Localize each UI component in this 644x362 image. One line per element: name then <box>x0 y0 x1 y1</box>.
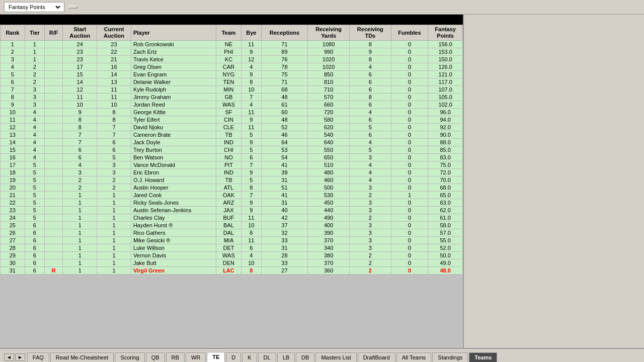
cell-receiving-tds: 3 <box>349 244 391 252</box>
cell-player: Cameron Brate <box>131 131 216 139</box>
cell-rf <box>45 116 63 124</box>
cell-receiving-yards: 450 <box>308 199 350 207</box>
table-row: 18 5 3 3 Eric Ebron IND 9 39 480 4 0 72.… <box>1 169 463 176</box>
cell-team: LAC <box>216 267 241 275</box>
cell-fantasy-points: 85.0 <box>428 146 463 154</box>
cell-current-auction: 11 <box>97 94 131 101</box>
table-row: 2 1 23 22 Zach Ertz PHI 9 89 990 9 0 153… <box>1 48 463 56</box>
cell-tier: 6 <box>25 259 44 267</box>
table-row: 1 1 24 23 Rob Gronkowski NE 11 71 1080 8… <box>1 41 463 48</box>
cell-bye: 10 <box>241 259 261 267</box>
cell-receiving-yards: 570 <box>308 94 350 101</box>
tab-db[interactable]: DB <box>296 352 314 362</box>
cell-fantasy-points: 92.0 <box>428 124 463 131</box>
cell-start-auction: 15 <box>63 71 97 78</box>
cell-tier: 5 <box>25 192 44 199</box>
cell-rank: 20 <box>1 184 25 192</box>
table-row: 22 5 1 1 Ricky Seals-Jones ARZ 9 31 450 … <box>1 199 463 207</box>
cell-team: GB <box>216 94 241 101</box>
cell-rank: 16 <box>1 154 25 161</box>
cell-tier: 4 <box>25 131 44 139</box>
cell-receptions: 41 <box>261 161 308 169</box>
tab-faq[interactable]: FAQ <box>27 352 49 362</box>
cell-tier: 3 <box>25 94 44 101</box>
cell-bye: 9 <box>241 48 261 56</box>
cell-fantasy-points: 61.0 <box>428 214 463 222</box>
cell-rf <box>45 237 63 244</box>
col-fumbles: Fumbles <box>391 25 428 41</box>
tab-next-button[interactable]: ► <box>15 353 25 361</box>
fantasy-points-dropdown[interactable]: Fantasy Points <box>4 2 64 12</box>
cell-current-auction: 1 <box>97 214 131 222</box>
cell-tier: 1 <box>25 48 44 56</box>
cell-current-auction: 6 <box>97 139 131 146</box>
cell-fantasy-points: 65.0 <box>428 192 463 199</box>
cell-rf <box>45 48 63 56</box>
tab-draftboard[interactable]: DraftBoard <box>358 352 395 362</box>
cell-receiving-tds: 6 <box>349 116 391 124</box>
tab-masters-list[interactable]: Masters List <box>315 352 356 362</box>
cell-rf <box>45 78 63 86</box>
cell-start-auction: 9 <box>63 109 97 116</box>
fantasy-points-select[interactable]: Fantasy Points <box>7 4 62 11</box>
cell-tier: 4 <box>25 109 44 116</box>
cell-receiving-tds: 3 <box>349 222 391 229</box>
tab-scoring[interactable]: Scoring <box>115 352 144 362</box>
cell-receiving-yards: 1080 <box>308 41 350 48</box>
tab-all-teams[interactable]: All Teams <box>396 352 431 362</box>
cell-current-auction: 1 <box>97 192 131 199</box>
cell-receiving-tds: 3 <box>349 229 391 237</box>
tab-teams[interactable]: Teams <box>469 352 497 362</box>
cell-bye: 5 <box>241 146 261 154</box>
cell-receiving-tds: 3 <box>349 199 391 207</box>
col-receptions: Receptions <box>261 25 308 41</box>
cell-tier: 1 <box>25 56 44 63</box>
cell-start-auction: 23 <box>63 48 97 56</box>
tab-wr[interactable]: WR <box>186 352 206 362</box>
cell-fumbles: 0 <box>391 131 428 139</box>
tab-k[interactable]: K <box>242 352 257 362</box>
cell-rf <box>45 146 63 154</box>
tab-rb[interactable]: RB <box>166 352 185 362</box>
cell-bye: 6 <box>241 244 261 252</box>
cell-rank: 6 <box>1 78 25 86</box>
tab-standings[interactable]: Standings <box>432 352 468 362</box>
recalculate-button[interactable] <box>68 6 77 9</box>
cell-team: ATL <box>216 184 241 192</box>
cell-player: Charles Clay <box>131 214 216 222</box>
cell-rf <box>45 207 63 214</box>
cell-receiving-tds: 4 <box>349 109 391 116</box>
tab-read-me-cheatsheet[interactable]: Read Me-Cheatsheet <box>50 352 114 362</box>
tab-dl[interactable]: DL <box>258 352 276 362</box>
tab-qb[interactable]: QB <box>146 352 165 362</box>
cell-rank: 1 <box>1 41 25 48</box>
cell-team: BAL <box>216 222 241 229</box>
cell-fumbles: 0 <box>391 259 428 267</box>
cell-receptions: 27 <box>261 267 308 275</box>
table-row: 27 6 1 1 Mike Gesicki ® MIA 11 33 370 3 … <box>1 237 463 244</box>
cell-team: WAS <box>216 252 241 259</box>
cell-team: MIN <box>216 86 241 94</box>
table-row: 15 4 6 6 Trey Burton CHI 5 53 550 5 0 85… <box>1 146 463 154</box>
cell-fantasy-points: 94.0 <box>428 116 463 124</box>
cell-tier: 3 <box>25 86 44 94</box>
cell-bye: 11 <box>241 41 261 48</box>
tab-te[interactable]: TE <box>207 352 225 362</box>
cell-bye: 9 <box>241 169 261 176</box>
cell-fumbles: 0 <box>391 63 428 71</box>
cell-tier: 6 <box>25 267 44 275</box>
tab-lb[interactable]: LB <box>277 352 295 362</box>
cell-start-auction: 1 <box>63 267 97 275</box>
table-wrapper[interactable]: Rank Tier R/F StartAuction CurrentAuctio… <box>0 25 463 348</box>
cell-fantasy-points: 48.0 <box>428 267 463 275</box>
cell-fantasy-points: 55.0 <box>428 237 463 244</box>
tab-prev-button[interactable]: ◄ <box>4 353 14 361</box>
cell-receiving-tds: 8 <box>349 94 391 101</box>
cell-current-auction: 1 <box>97 252 131 259</box>
cell-team: DAL <box>216 229 241 237</box>
tab-d[interactable]: D <box>226 352 241 362</box>
cell-start-auction: 2 <box>63 184 97 192</box>
cell-receptions: 40 <box>261 207 308 214</box>
cell-receiving-yards: 480 <box>308 169 350 176</box>
cell-bye: 10 <box>241 222 261 229</box>
